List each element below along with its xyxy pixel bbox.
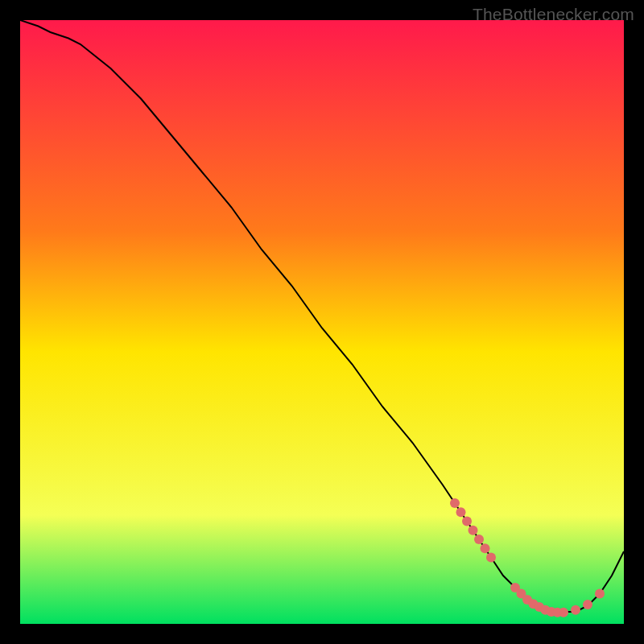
highlight-dot: [486, 553, 496, 563]
highlight-dot: [583, 600, 592, 609]
plot-area: [20, 20, 624, 624]
highlight-dot: [462, 517, 472, 526]
highlight-dot: [571, 605, 580, 615]
highlight-dot: [450, 498, 460, 508]
highlight-dot: [481, 543, 490, 553]
highlight-dot: [474, 535, 484, 544]
gradient-background: [20, 20, 624, 624]
highlight-dot: [456, 507, 466, 517]
highlight-dot: [559, 608, 568, 617]
chart-stage: TheBottlenecker.com: [0, 0, 644, 644]
highlight-dot: [595, 589, 605, 599]
highlight-dot: [469, 526, 478, 535]
plot-svg: [20, 20, 624, 624]
